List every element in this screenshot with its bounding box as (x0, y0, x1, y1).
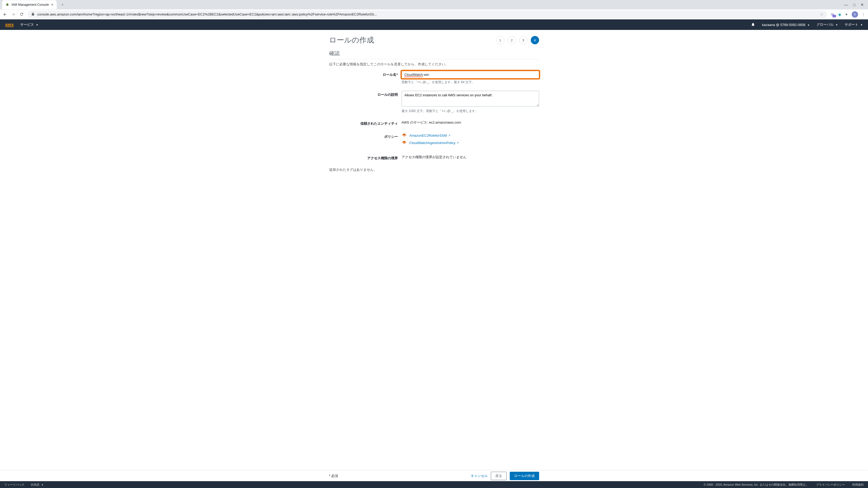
wizard-step-2[interactable]: 2 (507, 36, 516, 44)
tab-strip: IAM Management Console ✕ ＋ ― □ ✕ (0, 0, 868, 9)
policy-item: AmazonEC2RoleforSSM ↗ (402, 133, 539, 138)
favicon-icon (5, 3, 9, 7)
browser-chrome: IAM Management Console ✕ ＋ ― □ ✕ console… (0, 0, 868, 20)
policy-managed-icon (402, 133, 407, 138)
profile-avatar[interactable]: h (852, 11, 858, 18)
close-window-icon[interactable]: ✕ (861, 3, 864, 7)
url-text: console.aws.amazon.com/iam/home?region=a… (37, 12, 377, 16)
main-content: ロールの作成 1 2 3 4 確認 以下に必要な情報を指定してこのロールを見直し… (327, 35, 542, 188)
instruction-text: 以下に必要な情報を指定してこのロールを見直してから、作成してください。 (329, 62, 539, 67)
field-trusted-entities: 信頼されたエンティティ AWS のサービス: ec2.amazonaws.com (329, 120, 539, 126)
wizard-step-1[interactable]: 1 (496, 36, 504, 44)
extension-target-icon[interactable]: ◉ (838, 12, 841, 17)
role-desc-label: ロールの説明 (329, 91, 402, 118)
trusted-label: 信頼されたエンティティ (329, 120, 402, 126)
boundary-label: アクセス権限の境界 (329, 154, 402, 161)
lock-icon (31, 12, 35, 17)
reload-icon[interactable] (20, 12, 24, 17)
support-menu[interactable]: サポート ▼ (845, 22, 863, 27)
aws-logo[interactable]: aws (5, 22, 14, 27)
trusted-value: AWS のサービス: ec2.amazonaws.com (402, 120, 539, 126)
minimize-icon[interactable]: ― (844, 3, 848, 7)
field-role-name: ロール名* CloudWatch-win 英数字と「+=,.@-_」を使用します… (329, 71, 539, 89)
browser-menu-icon[interactable]: ⋮ (862, 12, 865, 17)
role-name-help: 英数字と「+=,.@-_」を使用します。最大 64 文字。 (402, 80, 539, 85)
role-desc-textarea[interactable] (402, 91, 539, 106)
bookmark-star-icon[interactable]: ☆ (820, 12, 824, 16)
policy-item: CloudWatchAgentAdminPolicy ↗ (402, 140, 539, 145)
field-permissions-boundary: アクセス権限の境界 アクセス権限の境界が設定されていません (329, 154, 539, 161)
wizard-step-3[interactable]: 3 (519, 36, 528, 44)
account-menu[interactable]: kazaana @ 5769-5092-0858 ▼ (762, 23, 810, 27)
address-bar[interactable]: console.aws.amazon.com/iam/home?region=a… (28, 10, 827, 19)
field-policies: ポリシー AmazonEC2RoleforSSM ↗ CloudWatchAge… (329, 133, 539, 148)
tab-close-icon[interactable]: ✕ (51, 3, 54, 6)
region-menu[interactable]: グローバル ▼ (816, 22, 838, 27)
extensions-puzzle-icon[interactable]: ✦ (845, 12, 848, 17)
notifications-bell-icon[interactable] (751, 22, 755, 27)
page-title: ロールの作成 (329, 35, 374, 45)
external-link-icon: ↗ (457, 141, 459, 144)
maximize-icon[interactable]: □ (853, 3, 856, 7)
external-link-icon: ↗ (448, 134, 451, 137)
role-desc-help: 最大 1000 文字。英数字と「+=,.@-_」を使用します。 (402, 109, 539, 113)
browser-tab[interactable]: IAM Management Console ✕ (2, 0, 57, 9)
policy-link[interactable]: CloudWatchAgentAdminPolicy ↗ (409, 141, 459, 145)
extension-shopping-icon[interactable]: 🛍11 (831, 12, 834, 17)
section-title: 確認 (329, 50, 539, 57)
policies-label: ポリシー (329, 133, 402, 148)
role-name-label: ロール名* (329, 71, 402, 89)
new-tab-button[interactable]: ＋ (59, 1, 66, 8)
boundary-value: アクセス権限の境界が設定されていません (402, 154, 539, 161)
window-controls: ― □ ✕ (844, 3, 868, 7)
tags-note: 追加されたタグはありません。 (329, 167, 539, 172)
forward-icon[interactable] (11, 12, 16, 17)
browser-toolbar: console.aws.amazon.com/iam/home?region=a… (0, 9, 868, 20)
extension-icons: 🛍11 ◉ ✦ h ⋮ (831, 11, 865, 18)
field-role-description: ロールの説明 最大 1000 文字。英数字と「+=,.@-_」を使用します。 (329, 91, 539, 118)
page-header: ロールの作成 1 2 3 4 (329, 35, 539, 45)
wizard-steps: 1 2 3 4 (496, 36, 539, 44)
policy-link[interactable]: AmazonEC2RoleforSSM ↗ (409, 134, 451, 137)
wizard-step-4[interactable]: 4 (531, 36, 539, 44)
aws-header: aws サービス ▼ kazaana @ 5769-5092-0858 ▼ グロ… (0, 20, 868, 30)
back-icon[interactable] (3, 12, 7, 17)
policy-managed-icon (402, 140, 407, 145)
tab-title: IAM Management Console (11, 3, 49, 6)
services-menu[interactable]: サービス ▼ (20, 22, 38, 27)
divider (329, 59, 539, 59)
role-name-input[interactable]: CloudWatch-win (402, 71, 539, 78)
